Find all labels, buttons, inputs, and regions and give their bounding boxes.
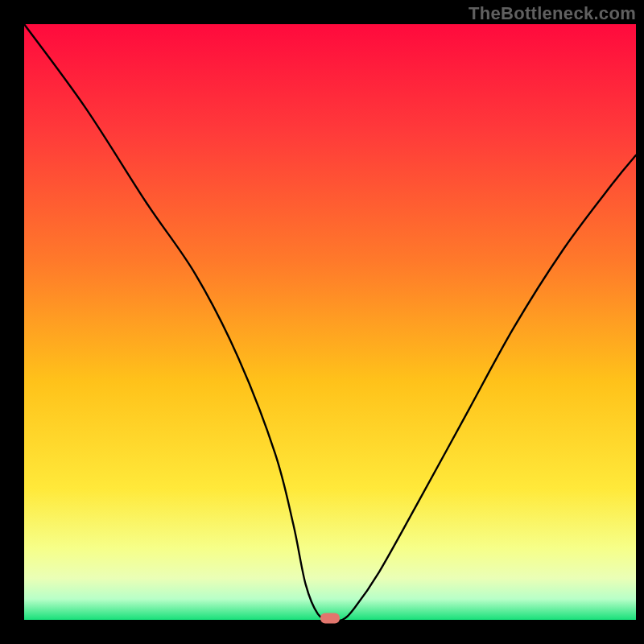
- watermark-text: TheBottleneck.com: [469, 3, 636, 24]
- optimum-marker: [320, 613, 340, 624]
- chart-container: { "watermark": "TheBottleneck.com", "col…: [0, 0, 644, 644]
- plot-area: [24, 24, 636, 620]
- chart-svg: [0, 0, 644, 644]
